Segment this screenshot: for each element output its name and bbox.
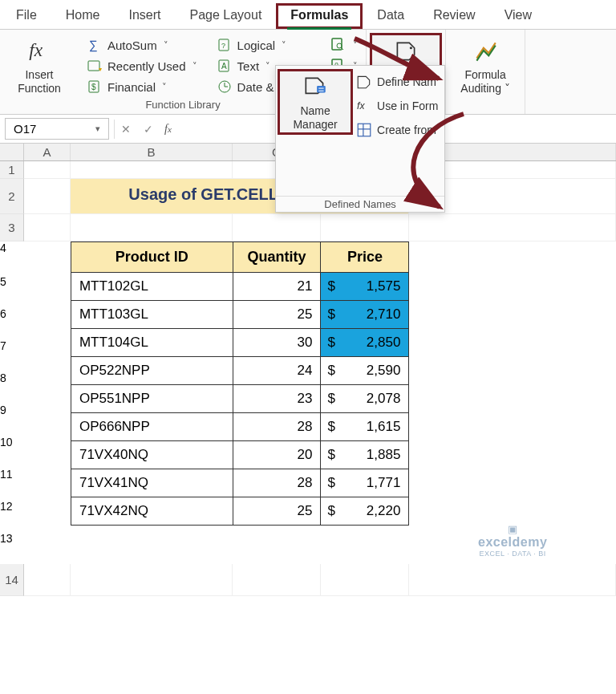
defined-names-item-0[interactable]: Define Nam	[355, 71, 443, 93]
cell-product-id[interactable]: MTT102GL	[71, 273, 233, 301]
cell-product-id[interactable]: 71VX40NQ	[71, 441, 233, 469]
recently-used-icon	[87, 58, 103, 74]
row-header[interactable]: 2	[0, 179, 24, 214]
cell-price[interactable]: $2,590	[321, 357, 409, 385]
th-price: Price	[321, 242, 409, 273]
row-header[interactable]: 14	[0, 564, 24, 596]
cancel-formula-button[interactable]: ✕	[115, 123, 137, 136]
auditing-icon	[472, 38, 499, 65]
table-row[interactable]: MTT102GL21$1,575	[71, 273, 408, 301]
defined-names-item-2[interactable]: Create from	[355, 119, 443, 141]
financial-dropdown[interactable]: $Financial	[80, 76, 204, 97]
table-row[interactable]: OP522NPP24$2,590	[71, 357, 408, 385]
tab-home[interactable]: Home	[51, 3, 115, 29]
popup-icon-0	[356, 74, 372, 90]
cell-quantity[interactable]: 25	[233, 497, 321, 526]
watermark-tagline: EXCEL · DATA · BI	[479, 550, 545, 558]
cell-price[interactable]: $1,771	[321, 469, 409, 497]
autosum-icon: ∑	[87, 37, 103, 53]
row-header[interactable]: 4	[0, 241, 24, 275]
cell-price[interactable]: $2,710	[321, 301, 409, 329]
row-header[interactable]: 13	[0, 532, 24, 564]
table-row[interactable]: 71VX41NQ28$1,771	[71, 469, 408, 497]
insert-function-label: Insert Function	[18, 68, 61, 95]
cell-quantity[interactable]: 28	[233, 413, 321, 441]
name-manager-label: Name Manager	[281, 104, 350, 132]
formula-auditing-button[interactable]: FormulaAuditing ˅	[451, 34, 520, 97]
cell-quantity[interactable]: 30	[233, 329, 321, 357]
accept-formula-button[interactable]: ✓	[137, 123, 160, 136]
cell-product-id[interactable]: MTT104GL	[71, 329, 233, 357]
table-row[interactable]: 71VX42NQ25$2,220	[71, 497, 408, 526]
row-header[interactable]: 8	[0, 371, 24, 404]
defined-names-group-label: Defined Names	[276, 196, 444, 212]
cell-price[interactable]: $1,575	[321, 273, 409, 301]
tab-page-layout[interactable]: Page Layout	[175, 3, 276, 29]
tab-insert[interactable]: Insert	[114, 3, 175, 29]
cell-product-id[interactable]: OP551NPP	[71, 385, 233, 413]
ribbon-tabs: FileHomeInsertPage LayoutFormulasDataRev…	[0, 0, 616, 30]
lookup-dropdown[interactable]	[327, 34, 361, 55]
defined-names-item-1[interactable]: fxUse in Form	[355, 95, 443, 117]
col-header-B[interactable]: B	[71, 144, 233, 160]
cell-product-id[interactable]: OP522NPP	[71, 357, 233, 385]
tab-file[interactable]: File	[2, 3, 51, 29]
cell-quantity[interactable]: 21	[233, 273, 321, 301]
autosum-dropdown[interactable]: ∑AutoSum	[80, 34, 204, 55]
fx-icon: fx	[26, 38, 53, 65]
cell-product-id[interactable]: MTT103GL	[71, 301, 233, 329]
cell-quantity[interactable]: 24	[233, 357, 321, 385]
row-header[interactable]: 3	[0, 214, 24, 241]
cell-product-id[interactable]: OP666NPP	[71, 413, 233, 441]
watermark-logo-icon: ▣	[508, 523, 518, 535]
ribbon: fx Insert Function ∑AutoSumRecently Used…	[0, 30, 616, 115]
cell-price[interactable]: $1,615	[321, 413, 409, 441]
tab-review[interactable]: Review	[419, 3, 489, 29]
cell-product-id[interactable]: 71VX41NQ	[71, 469, 233, 497]
fx-icon[interactable]: fx	[160, 123, 176, 136]
cell-product-id[interactable]: 71VX42NQ	[71, 497, 233, 526]
col-header-A[interactable]: A	[24, 144, 71, 160]
row-header[interactable]: 12	[0, 500, 24, 532]
name-box[interactable]: O17 ▾	[5, 118, 109, 140]
recently-used-dropdown[interactable]: Recently Used	[80, 55, 204, 76]
table-row[interactable]: MTT104GL30$2,850	[71, 329, 408, 357]
cell-quantity[interactable]: 20	[233, 441, 321, 469]
row-header[interactable]: 9	[0, 404, 24, 436]
row-header[interactable]: 5	[0, 275, 24, 307]
select-all-corner[interactable]	[0, 144, 24, 160]
logical-dropdown[interactable]: ?Logical	[210, 34, 322, 55]
cell-quantity[interactable]: 28	[233, 469, 321, 497]
table-row[interactable]: MTT103GL25$2,710	[71, 301, 408, 329]
insert-function-button[interactable]: fx Insert Function	[5, 34, 74, 97]
tab-formulas[interactable]: Formulas	[276, 3, 363, 29]
row-header[interactable]: 7	[0, 339, 24, 371]
row-header[interactable]: 11	[0, 468, 24, 500]
th-quantity: Quantity	[233, 242, 321, 273]
defined-names-popup: Name Manager Define NamfxUse in FormCrea…	[275, 65, 445, 213]
cell-price[interactable]: $2,850	[321, 329, 409, 357]
watermark-brand: exceldemy	[478, 535, 547, 550]
row-header[interactable]: 6	[0, 307, 24, 339]
cell-price[interactable]: $2,220	[321, 497, 409, 526]
cell-quantity[interactable]: 23	[233, 385, 321, 413]
formula-auditing-label: FormulaAuditing ˅	[460, 68, 509, 95]
table-row[interactable]: OP666NPP28$1,615	[71, 413, 408, 441]
name-manager-icon	[302, 74, 329, 101]
cell-price[interactable]: $2,078	[321, 385, 409, 413]
row-header[interactable]: 10	[0, 436, 24, 468]
tab-data[interactable]: Data	[363, 3, 419, 29]
row-header[interactable]: 1	[0, 161, 24, 179]
tab-view[interactable]: View	[490, 3, 546, 29]
text-icon: A	[217, 58, 233, 74]
name-manager-button[interactable]: Name Manager	[279, 71, 351, 133]
cell-price[interactable]: $1,885	[321, 441, 409, 469]
logical-icon: ?	[217, 37, 233, 53]
th-product-id: Product ID	[71, 242, 233, 273]
svg-text:?: ?	[221, 42, 225, 50]
data-table: Product ID Quantity Price MTT102GL21$1,5…	[71, 241, 409, 526]
cell-quantity[interactable]: 25	[233, 301, 321, 329]
table-row[interactable]: 71VX40NQ20$1,885	[71, 441, 408, 469]
svg-text:∑: ∑	[89, 38, 98, 52]
table-row[interactable]: OP551NPP23$2,078	[71, 385, 408, 413]
